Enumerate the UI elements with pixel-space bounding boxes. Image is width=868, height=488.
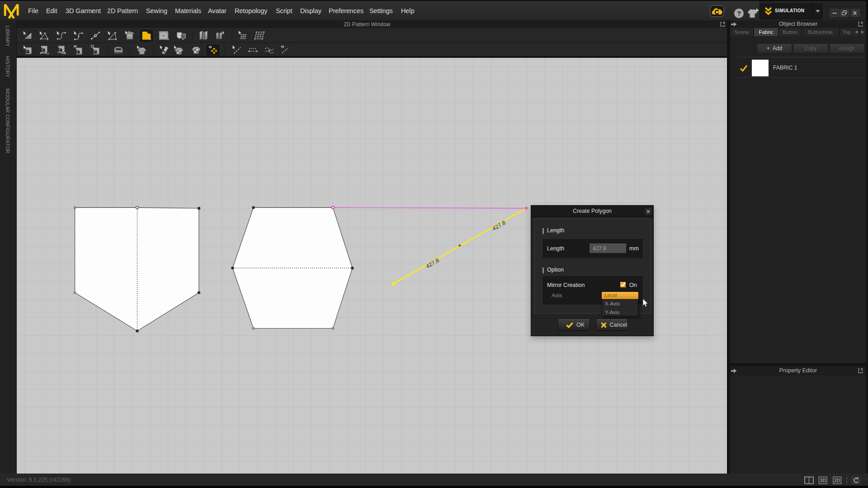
svg-text:427.8: 427.8 — [491, 220, 507, 232]
svg-text:3D: 3D — [820, 478, 826, 483]
svg-text:2D: 2D — [834, 478, 840, 483]
svg-text:427.8: 427.8 — [425, 257, 440, 270]
